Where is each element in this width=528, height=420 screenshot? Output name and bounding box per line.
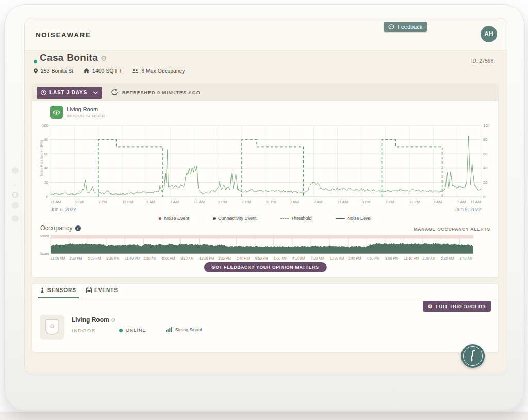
svg-text:20: 20 (483, 180, 487, 185)
svg-text:11 AM: 11 AM (470, 200, 481, 204)
property-id: ID: 27566 (471, 58, 493, 64)
got-feedback-button[interactable]: GOT FEEDBACK? YOUR OPINION MATTERS (204, 262, 326, 272)
svg-text:11:00 AM: 11:00 AM (51, 256, 65, 260)
sensor-icon (40, 287, 45, 293)
property-settings-gear-icon[interactable]: ⚙ (101, 54, 107, 62)
clock-icon (41, 90, 46, 95)
chart-sensor-type: INDOOR SENSOR (67, 114, 105, 118)
svg-text:11:10 PM: 11:10 PM (404, 256, 419, 260)
bezel-camera-dot (12, 167, 19, 174)
svg-text:2:10 PM: 2:10 PM (69, 256, 82, 260)
refresh-icon[interactable] (111, 89, 118, 96)
chart-date-end: Jun 9, 2022 (455, 206, 481, 212)
svg-text:3 AM: 3 AM (290, 200, 299, 204)
page-title: Casa Bonita⚙ (40, 52, 107, 63)
svg-text:9:50 PM: 9:50 PM (255, 256, 269, 260)
chart-legend: Noise Event Connectivity Event Threshold… (32, 216, 498, 221)
noise-chart-card: LAST 3 DAYS REFRESHED 0 MINUTES AGO (32, 84, 499, 278)
signal-bars-icon (166, 327, 173, 332)
svg-text:40: 40 (44, 166, 48, 170)
calendar-icon (86, 287, 92, 293)
svg-text:1:00 AM: 1:00 AM (274, 256, 287, 260)
sensor-name-text: Living Room (72, 316, 109, 324)
svg-text:5:30 AM: 5:30 AM (441, 256, 454, 260)
svg-text:100: 100 (42, 123, 48, 128)
speech-bubble-icon (388, 24, 395, 30)
occupancy-title-text: Occupancy (40, 224, 73, 232)
svg-text:80: 80 (44, 137, 48, 142)
sensor-status: ONLINE (119, 328, 146, 333)
signal-label: Strong Signal (175, 327, 202, 332)
svg-text:7:20 AM: 7:20 AM (311, 256, 324, 260)
svg-text:3 PM: 3 PM (74, 200, 84, 204)
svg-text:4:50 PM: 4:50 PM (367, 256, 380, 260)
noise-level-line-icon (336, 218, 345, 219)
svg-text:2:50 AM: 2:50 AM (143, 256, 156, 260)
page-floor (0, 412, 528, 420)
tab-events[interactable]: EVENTS (86, 287, 118, 293)
user-avatar[interactable]: AH (481, 26, 497, 42)
manage-occupancy-alerts-link[interactable]: MANAGE OCCUPANCY ALERTS (414, 227, 490, 232)
property-address: 253 Bonita St (41, 68, 73, 74)
noise-chart: 11 AM3 PM7 PM11 PM3 AM7 AM11 AM3 PM7 PM1… (40, 121, 491, 208)
svg-text:Vacant: Vacant (40, 252, 49, 255)
svg-text:11 PM: 11 PM (266, 200, 277, 204)
svg-text:6:00 AM: 6:00 AM (162, 256, 175, 260)
svg-text:20: 20 (44, 180, 48, 185)
noiseaware-logo: NOISEAWARE (36, 31, 91, 39)
svg-text:80: 80 (483, 137, 487, 142)
chart-date-start: Jun 6, 2022 (51, 206, 76, 212)
feedback-button[interactable]: Feedback (384, 22, 427, 32)
svg-text:1:40 PM: 1:40 PM (348, 256, 361, 260)
svg-text:7 PM: 7 PM (242, 200, 251, 204)
info-icon[interactable]: i (75, 225, 81, 231)
bezel-camera-ring (12, 192, 18, 198)
sensor-visibility-toggle[interactable] (50, 106, 63, 119)
property-name: Casa Bonita (40, 52, 98, 63)
occupancy-section-title: Occupancy i (40, 224, 81, 232)
bezel-sensor-dot-2 (12, 215, 19, 222)
svg-text:7 PM: 7 PM (385, 200, 394, 204)
svg-text:11 AM: 11 AM (194, 200, 205, 204)
sensor-settings-gear-icon[interactable]: ⚙ (111, 317, 116, 323)
legend-label: Noise Event (164, 216, 189, 221)
fab-ring (463, 346, 483, 366)
tab-sensors[interactable]: SENSORS (40, 287, 76, 293)
svg-text:8:30 PM: 8:30 PM (106, 256, 120, 260)
legend-label: Threshold (291, 216, 312, 221)
noiseaware-help-fab[interactable] (461, 344, 485, 368)
sensor-name: Living Room⚙ (72, 316, 116, 324)
top-navbar: NOISEAWARE (25, 18, 507, 51)
tabs-row: SENSORS EVENTS (32, 284, 498, 298)
occupancy-chart: 11:00 AM2:10 PM5:20 PM8:30 PM11:40 PM2:5… (40, 233, 491, 263)
edit-thresholds-button[interactable]: ⚙ EDIT THRESHOLDS (423, 301, 491, 312)
chart-sensor-name: Living Room (67, 106, 98, 112)
legend-label: Connectivity Event (218, 216, 257, 221)
threshold-dash-icon (280, 218, 289, 219)
svg-text:60: 60 (483, 152, 487, 156)
svg-text:0: 0 (46, 195, 48, 199)
filter-bar: LAST 3 DAYS REFRESHED 0 MINUTES AGO (32, 84, 498, 101)
date-range-dropdown[interactable]: LAST 3 DAYS (37, 87, 102, 99)
connectivity-event-dot-icon (213, 217, 216, 220)
property-sqft: 1400 SQ FT (92, 68, 122, 74)
legend-noise-level: Noise Level (336, 216, 372, 221)
chart-date-range: Jun 6, 2022 Jun 9, 2022 (51, 206, 481, 212)
svg-text:11:40 PM: 11:40 PM (125, 256, 140, 260)
svg-text:5:20 PM: 5:20 PM (88, 256, 101, 260)
svg-text:0: 0 (483, 195, 485, 199)
svg-text:7 PM: 7 PM (98, 200, 108, 204)
sensor-type: INDOOR (72, 328, 96, 333)
online-status-label: ONLINE (126, 328, 146, 333)
bezel-mic-dot (14, 184, 16, 186)
svg-text:7 AM: 7 AM (457, 200, 466, 204)
svg-text:4:10 AM: 4:10 AM (292, 256, 305, 260)
svg-text:2:20 AM: 2:20 AM (422, 256, 435, 260)
svg-text:3 PM: 3 PM (218, 200, 227, 204)
legend-noise-event: Noise Event (159, 216, 189, 221)
svg-text:8:40 AM: 8:40 AM (459, 256, 472, 260)
app-screen: NOISEAWARE Feedback AH Casa Bonita⚙ (24, 18, 507, 374)
active-tab-underline (38, 297, 79, 298)
svg-text:9:10 AM: 9:10 AM (180, 256, 193, 260)
sensor-device-image (40, 315, 64, 340)
